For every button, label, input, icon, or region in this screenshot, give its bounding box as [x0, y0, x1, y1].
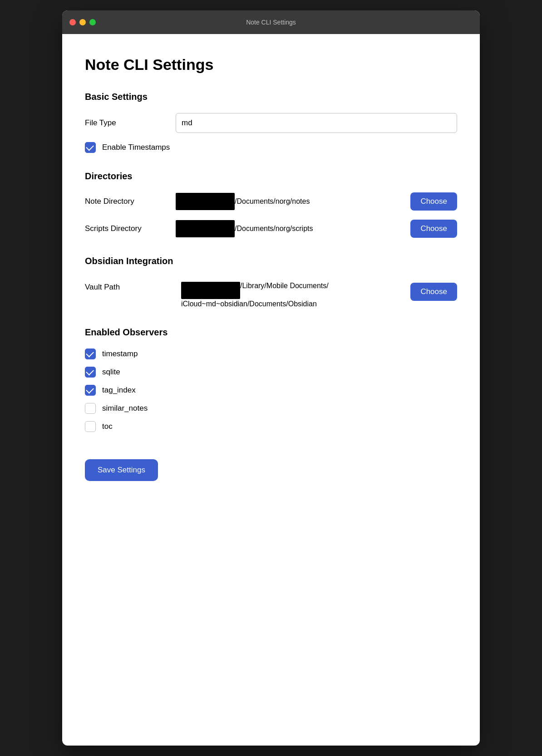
enabled-observers-section: Enabled Observers timestampsqlitetag_ind… [85, 327, 457, 432]
note-directory-path-suffix: /Documents/norg/notes [235, 197, 310, 206]
vault-path-line2: iCloud~md~obsidian/Documents/Obsidian [181, 300, 317, 308]
scripts-directory-path-container: /Documents/norg/scripts [176, 220, 410, 237]
observer-label-timestamp: timestamp [102, 349, 138, 358]
scripts-directory-row: Scripts Directory /Documents/norg/script… [85, 220, 457, 238]
app-window: Note CLI Settings Note CLI Settings Basi… [62, 10, 480, 746]
vault-path-line1: /Library/Mobile Documents/ [240, 282, 329, 290]
enable-timestamps-row: Enable Timestamps [85, 142, 457, 153]
file-type-label: File Type [85, 118, 176, 128]
observer-label-similar_notes: similar_notes [102, 404, 148, 413]
window-controls [69, 19, 96, 25]
save-settings-button[interactable]: Save Settings [85, 459, 158, 481]
scripts-directory-path-suffix: /Documents/norg/scripts [235, 225, 313, 233]
basic-settings-section: Basic Settings File Type Enable Timestam… [85, 92, 457, 153]
main-content: Note CLI Settings Basic Settings File Ty… [62, 34, 480, 746]
observer-checkbox-timestamp[interactable] [85, 349, 96, 359]
enable-timestamps-label: Enable Timestamps [102, 143, 170, 152]
observer-label-sqlite: sqlite [102, 368, 120, 377]
observer-row-tag_index: tag_index [85, 385, 457, 396]
basic-settings-title: Basic Settings [85, 92, 457, 102]
obsidian-integration-section: Obsidian Integration Vault Path /Library… [85, 256, 457, 309]
observer-checkbox-similar_notes[interactable] [85, 403, 96, 414]
vault-path-row: Vault Path /Library/Mobile Documents/ iC… [85, 277, 457, 309]
enable-timestamps-checkbox[interactable] [85, 142, 96, 153]
minimize-button[interactable] [79, 19, 86, 25]
close-button[interactable] [69, 19, 76, 25]
observer-checkbox-tag_index[interactable] [85, 385, 96, 396]
observer-label-tag_index: tag_index [102, 386, 136, 395]
note-directory-choose-button[interactable]: Choose [410, 192, 457, 211]
note-directory-label: Note Directory [85, 197, 176, 206]
observer-row-timestamp: timestamp [85, 349, 457, 359]
page-title: Note CLI Settings [85, 56, 457, 74]
directories-title: Directories [85, 171, 457, 182]
window-title: Note CLI Settings [246, 19, 296, 26]
file-type-input[interactable] [176, 113, 457, 133]
file-type-row: File Type [85, 113, 457, 133]
obsidian-integration-title: Obsidian Integration [85, 256, 457, 266]
directories-section: Directories Note Directory /Documents/no… [85, 171, 457, 238]
vault-path-label: Vault Path [85, 281, 176, 292]
observer-label-toc: toc [102, 422, 113, 431]
vault-path-choose-button[interactable]: Choose [410, 283, 457, 301]
scripts-directory-choose-button[interactable]: Choose [410, 220, 457, 238]
scripts-directory-label: Scripts Directory [85, 224, 176, 233]
observers-list: timestampsqlitetag_indexsimilar_notestoc [85, 349, 457, 432]
vault-path-value-container: /Library/Mobile Documents/ iCloud~md~obs… [176, 281, 410, 309]
maximize-button[interactable] [89, 19, 96, 25]
scripts-directory-redacted [176, 220, 235, 237]
enabled-observers-title: Enabled Observers [85, 327, 457, 338]
observer-row-toc: toc [85, 421, 457, 432]
observer-checkbox-toc[interactable] [85, 421, 96, 432]
observer-row-sqlite: sqlite [85, 367, 457, 378]
note-directory-redacted [176, 193, 235, 210]
vault-path-redacted [181, 282, 240, 299]
titlebar: Note CLI Settings [62, 10, 480, 34]
note-directory-row: Note Directory /Documents/norg/notes Cho… [85, 192, 457, 211]
observer-checkbox-sqlite[interactable] [85, 367, 96, 378]
observer-row-similar_notes: similar_notes [85, 403, 457, 414]
note-directory-path-container: /Documents/norg/notes [176, 193, 410, 210]
